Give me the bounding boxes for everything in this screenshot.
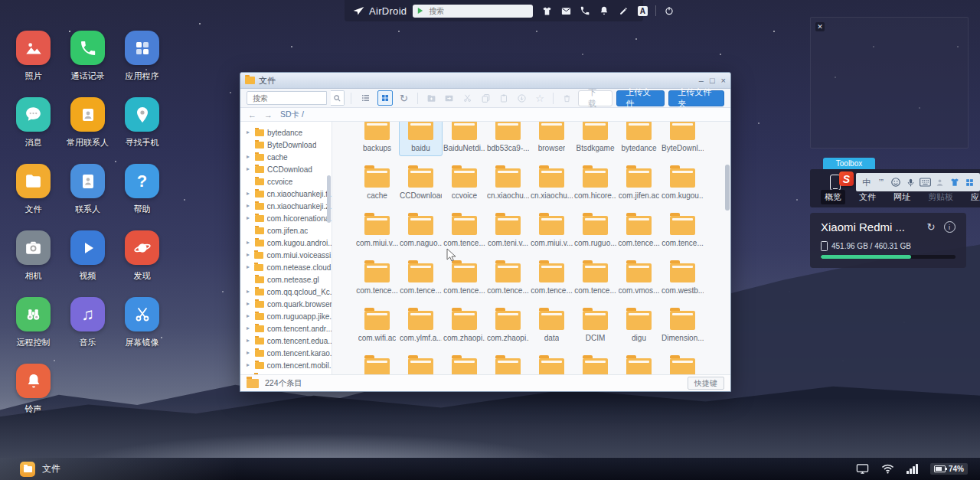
- folder-item[interactable]: data: [530, 299, 573, 346]
- folder-item[interactable]: com.teni.v...: [486, 204, 530, 251]
- topbar-search-input[interactable]: [427, 6, 528, 16]
- chevron-right-icon[interactable]: ▸: [247, 129, 252, 136]
- upload-folder-button[interactable]: 上传文件夹: [668, 90, 724, 106]
- toolbox-item[interactable]: 网址: [890, 190, 914, 204]
- tree-item[interactable]: ▸ cn.xiaochuankeji.z...: [240, 200, 332, 212]
- folder-item[interactable]: com.ylmf.a...: [399, 299, 443, 346]
- grid-view-icon[interactable]: [377, 90, 394, 106]
- tree-item[interactable]: ▸ cn.xiaochuankeji.ti...: [240, 188, 332, 200]
- folder-item[interactable]: Dividan: [355, 346, 399, 374]
- phone-icon[interactable]: [579, 5, 591, 17]
- close-icon[interactable]: ✕: [815, 22, 825, 31]
- folder-item[interactable]: com.vmos...: [617, 251, 661, 299]
- chevron-right-icon[interactable]: ▸: [247, 215, 252, 221]
- folder-item[interactable]: Documents: [486, 346, 530, 374]
- search-icon[interactable]: [331, 90, 345, 106]
- cut-icon[interactable]: [460, 91, 475, 105]
- tree-item[interactable]: ▸ ByteDownload: [240, 139, 332, 151]
- copy-icon[interactable]: [479, 91, 493, 105]
- chevron-right-icon[interactable]: ▸: [247, 338, 252, 344]
- folder-item[interactable]: com.tence...: [661, 204, 704, 251]
- folder-item[interactable]: ccvoice: [443, 156, 486, 204]
- folder-item[interactable]: cache: [355, 156, 399, 204]
- folder-item[interactable]: com.miui.v...: [530, 204, 573, 251]
- maximize-icon[interactable]: □: [710, 77, 715, 85]
- tree-item[interactable]: ▸ com.miui.voiceassi...: [240, 249, 332, 261]
- chevron-right-icon[interactable]: ▸: [247, 203, 252, 209]
- toolbox-item[interactable]: 文件: [855, 190, 880, 204]
- toolbox-item[interactable]: 剪贴板: [924, 190, 957, 204]
- tshirt-icon[interactable]: [541, 5, 553, 17]
- app-call-log[interactable]: 通话记录: [60, 31, 115, 97]
- folder-item[interactable]: backups: [355, 122, 399, 156]
- trash-icon[interactable]: [560, 91, 574, 105]
- paste-icon[interactable]: [496, 91, 511, 105]
- folder-item[interactable]: com.zhaopi...: [443, 299, 486, 346]
- app-help[interactable]: ? 帮助: [115, 164, 169, 230]
- folder-item[interactable]: dnschache: [443, 346, 486, 374]
- tree-item[interactable]: ▸ com.tencent.mobil...: [240, 359, 332, 371]
- chevron-right-icon[interactable]: ▸: [247, 313, 252, 319]
- folder-item[interactable]: com.kugou...: [661, 156, 704, 204]
- folder-item[interactable]: com.ruguo...: [573, 204, 617, 251]
- folder-item[interactable]: com.wifi.ac: [355, 299, 399, 346]
- microphone-icon[interactable]: [903, 175, 917, 189]
- tree-item[interactable]: ▸ com.qq.qcloud_Kc...: [240, 286, 332, 298]
- grid-scrollbar[interactable]: [725, 165, 730, 211]
- app-frequent-contacts[interactable]: 常用联系人: [60, 97, 115, 164]
- folder-item[interactable]: bdb53ca9-...: [486, 122, 530, 156]
- battery-indicator[interactable]: 74%: [930, 463, 968, 475]
- chevron-right-icon[interactable]: ▸: [247, 350, 252, 356]
- folder-item[interactable]: digu: [617, 299, 661, 346]
- topbar-search[interactable]: [413, 5, 533, 18]
- tree-item[interactable]: ▸ com.tencent.karao...: [240, 347, 332, 359]
- folder-item[interactable]: DJI: [399, 346, 443, 374]
- folder-item[interactable]: Everphoto: [661, 346, 704, 374]
- app-discover[interactable]: 发现: [115, 230, 169, 297]
- tree-item[interactable]: ▸ CCDownload: [240, 163, 332, 175]
- folder-item[interactable]: com.jifen.ac: [617, 156, 661, 204]
- folder-item[interactable]: cn.xiaochu...: [530, 156, 573, 204]
- folder-item[interactable]: com.westb...: [661, 251, 704, 299]
- folder-item[interactable]: com.naguo...: [399, 204, 443, 251]
- folder-item[interactable]: com.tence...: [573, 251, 617, 299]
- folder-item[interactable]: DCIM: [573, 299, 617, 346]
- folder-item[interactable]: BaiduNetdi...: [443, 122, 486, 156]
- toolbox-item[interactable]: 概览: [821, 190, 845, 204]
- tree-item[interactable]: ▸ com.tencent.mtt_K...: [240, 371, 332, 374]
- chevron-right-icon[interactable]: ▸: [247, 301, 252, 307]
- chevron-right-icon[interactable]: ▸: [247, 325, 252, 331]
- new-folder-icon[interactable]: [424, 91, 439, 105]
- app-remote-control[interactable]: 远程控制: [6, 297, 60, 364]
- app-music[interactable]: ♫ 音乐: [60, 297, 115, 364]
- tree-item[interactable]: ▸ com.hicorenationa...: [240, 212, 332, 224]
- app-files[interactable]: 文件: [6, 164, 60, 230]
- folder-item[interactable]: com.zhaopi...: [486, 299, 530, 346]
- download-circle-icon[interactable]: [514, 91, 529, 105]
- folder-item[interactable]: browser: [530, 122, 573, 156]
- taskbar-app-files[interactable]: 文件: [20, 462, 60, 477]
- tree-item[interactable]: ▸ bytedance: [240, 126, 332, 139]
- forward-icon[interactable]: →: [264, 110, 273, 119]
- display-icon[interactable]: [856, 463, 869, 475]
- chevron-right-icon[interactable]: ▸: [247, 264, 251, 270]
- folder-item[interactable]: Download: [530, 346, 573, 374]
- tree-item[interactable]: ▸ com.tencent.edua...: [240, 335, 332, 347]
- folder-item[interactable]: Dimension...: [661, 299, 704, 346]
- file-search[interactable]: [247, 91, 327, 105]
- folder-item[interactable]: com.tence...: [617, 204, 661, 251]
- app-find-phone[interactable]: 寻找手机: [115, 97, 169, 164]
- chevron-right-icon[interactable]: ▸: [247, 362, 252, 368]
- folder-item[interactable]: duilite: [573, 346, 617, 374]
- chevron-right-icon[interactable]: ▸: [247, 154, 252, 160]
- chevron-right-icon[interactable]: ▸: [247, 289, 252, 295]
- breadcrumb[interactable]: SD卡 /: [280, 109, 304, 120]
- folder-item[interactable]: com.tence...: [530, 251, 573, 299]
- app-camera[interactable]: 相机: [6, 230, 60, 297]
- shortcut-keys-button[interactable]: 快捷键: [688, 377, 724, 390]
- folder-item[interactable]: com.hicore...: [573, 156, 617, 204]
- folder-item[interactable]: com.tence...: [355, 251, 399, 299]
- wifi-icon[interactable]: [881, 464, 894, 474]
- emoji-icon[interactable]: [889, 175, 903, 189]
- refresh-icon[interactable]: ↻: [925, 221, 937, 233]
